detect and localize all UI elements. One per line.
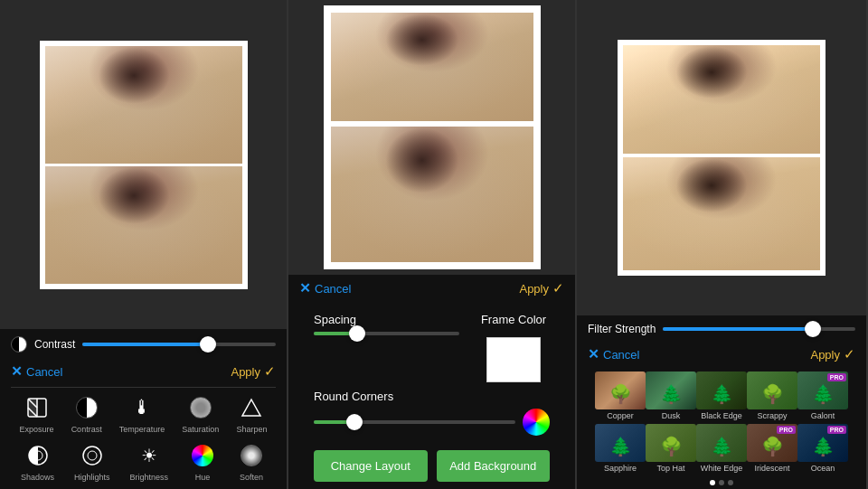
filter-black-edge[interactable]: 🌲 Black Edge xyxy=(696,371,747,420)
filter-sapphire-label: Sapphire xyxy=(604,464,637,473)
dots-indicator xyxy=(588,476,855,489)
filter-copper-label: Copper xyxy=(607,411,634,420)
exposure-icon xyxy=(23,393,52,422)
apply-button-1[interactable]: Apply ✓ xyxy=(231,363,276,380)
filter-strength-slider-fill xyxy=(663,327,813,331)
cancel-x-icon-2: ✕ xyxy=(299,280,311,296)
change-layout-button[interactable]: Change Layout xyxy=(314,450,428,482)
filter-scrappy[interactable]: 🌳 Scrappy xyxy=(747,371,797,420)
apply-label-3: Apply xyxy=(810,348,840,362)
filter-white-edge[interactable]: 🌲 White Edge xyxy=(696,424,747,473)
filter-galont[interactable]: 🌲 PRO Galont xyxy=(797,371,848,420)
tool-highlights[interactable]: Highlights xyxy=(74,441,110,482)
tree-white-edge: 🌲 xyxy=(711,436,733,457)
apply-check-icon-2: ✓ xyxy=(552,280,564,296)
filter-copper[interactable]: 🌳 Copper xyxy=(595,371,646,420)
apply-button-3[interactable]: Apply ✓ xyxy=(810,346,855,362)
tree-ocean: 🌲 xyxy=(812,436,835,457)
filter-strength-row: Filter Strength xyxy=(588,315,855,341)
tool-sharpen[interactable]: Sharpen xyxy=(236,393,267,434)
panel-filters: Filter Strength ✕ Cancel Apply ✓ 🌳 xyxy=(577,0,868,489)
exposure-label: Exposure xyxy=(20,425,54,434)
spacing-label: Spacing xyxy=(314,313,459,326)
tool-temperature[interactable]: 🌡 Temperature xyxy=(119,393,165,434)
tool-brightness[interactable]: ☀ Brightness xyxy=(129,441,168,482)
filter-galont-img: 🌲 PRO xyxy=(797,371,848,409)
filter-scrappy-label: Scrappy xyxy=(757,411,787,420)
tree-galont: 🌲 xyxy=(812,383,835,405)
saturation-icon xyxy=(186,393,215,422)
bottom-bar-1: Contrast ✕ Cancel Apply ✓ xyxy=(0,329,287,489)
dot-1 xyxy=(710,480,715,485)
round-corners-slider-thumb[interactable] xyxy=(346,414,363,430)
tool-hue[interactable]: Hue xyxy=(188,441,217,482)
filter-scrappy-thumb: 🌳 xyxy=(747,371,797,409)
filter-strength-slider-thumb[interactable] xyxy=(805,321,821,337)
filter-dusk[interactable]: 🌲 Dusk xyxy=(646,371,696,420)
brightness-label: Brightness xyxy=(129,473,168,482)
filter-ocean-thumb: 🌲 PRO xyxy=(797,424,848,462)
temperature-label: Temperature xyxy=(119,425,165,434)
cancel-label-1: Cancel xyxy=(26,365,62,379)
tool-saturation[interactable]: Saturation xyxy=(182,393,219,434)
tree-scrappy: 🌳 xyxy=(761,383,784,405)
tool-exposure[interactable]: Exposure xyxy=(20,393,54,434)
photo-area-1 xyxy=(0,0,287,329)
cancel-label-2: Cancel xyxy=(315,282,351,296)
filter-dusk-label: Dusk xyxy=(662,411,681,420)
filter-top-hat[interactable]: 🌳 Top Hat xyxy=(646,424,696,473)
round-corners-slider-track[interactable] xyxy=(314,420,515,424)
tools-row-2: Shadows Highlights ☀ Brightness xyxy=(11,437,276,489)
tool-shadows[interactable]: Shadows xyxy=(21,441,54,482)
filter-ocean-img: 🌲 PRO xyxy=(797,424,848,462)
apply-button-2[interactable]: Apply ✓ xyxy=(519,280,564,296)
sharpen-icon xyxy=(237,393,266,422)
filter-galont-label: Galont xyxy=(811,411,835,420)
soften-label: Soften xyxy=(240,473,263,482)
filter-ocean[interactable]: 🌲 PRO Ocean xyxy=(797,424,848,473)
filter-black-edge-thumb: 🌲 xyxy=(696,371,747,409)
saturation-label: Saturation xyxy=(182,425,219,434)
tree-iridescent: 🌳 xyxy=(761,436,784,457)
panel-contrast: Contrast ✕ Cancel Apply ✓ xyxy=(0,0,288,489)
filter-white-edge-img: 🌲 xyxy=(696,424,747,462)
bottom-bar-2: ✕ Cancel Apply ✓ Spacing Frame Color xyxy=(288,275,575,489)
cancel-button-1[interactable]: ✕ Cancel xyxy=(11,363,62,380)
contrast-slider-track[interactable] xyxy=(82,343,276,346)
action-row-2: ✕ Cancel Apply ✓ xyxy=(299,275,564,304)
filter-iridescent[interactable]: 🌳 PRO Iridescent xyxy=(747,424,797,473)
apply-label-2: Apply xyxy=(519,282,549,296)
filter-sapphire[interactable]: 🌲 Sapphire xyxy=(595,424,646,473)
photo-area-3 xyxy=(577,0,866,315)
contrast-tool-label: Contrast xyxy=(71,425,102,434)
tree-sapphire: 🌲 xyxy=(609,436,632,457)
filter-dusk-img: 🌲 xyxy=(646,371,696,409)
filter-dusk-thumb: 🌲 xyxy=(646,371,696,409)
filter-scrappy-img: 🌳 xyxy=(747,371,797,409)
tool-contrast[interactable]: Contrast xyxy=(71,393,102,434)
filter-top-hat-thumb: 🌳 xyxy=(646,424,696,462)
filter-galont-thumb: 🌲 PRO xyxy=(797,371,848,409)
panel-frame: ✕ Cancel Apply ✓ Spacing Frame Color xyxy=(288,0,577,489)
filter-black-edge-label: Black Edge xyxy=(701,411,742,420)
contrast-slider-thumb[interactable] xyxy=(200,336,216,353)
spacing-slider-track[interactable] xyxy=(314,332,459,335)
add-background-button[interactable]: Add Background xyxy=(437,450,551,482)
cancel-button-2[interactable]: ✕ Cancel xyxy=(299,280,351,296)
tree-top-hat: 🌳 xyxy=(660,436,683,457)
highlights-label: Highlights xyxy=(74,473,110,482)
filter-strength-label: Filter Strength xyxy=(588,323,656,335)
spacing-slider-thumb[interactable] xyxy=(349,325,365,342)
cancel-button-3[interactable]: ✕ Cancel xyxy=(588,346,639,362)
action-row-1: ✕ Cancel Apply ✓ xyxy=(11,358,276,387)
brightness-icon: ☀ xyxy=(135,441,164,470)
contrast-label: Contrast xyxy=(34,338,75,351)
action-row-3: ✕ Cancel Apply ✓ xyxy=(588,341,855,370)
tool-soften[interactable]: Soften xyxy=(237,441,266,482)
photo-area-2 xyxy=(288,0,575,275)
galont-pro-badge: PRO xyxy=(827,373,846,381)
filter-strength-slider-track[interactable] xyxy=(663,327,855,331)
color-wheel[interactable] xyxy=(523,409,550,436)
frame-color-col: Frame Color xyxy=(477,313,550,382)
frame-color-box[interactable] xyxy=(486,337,541,382)
